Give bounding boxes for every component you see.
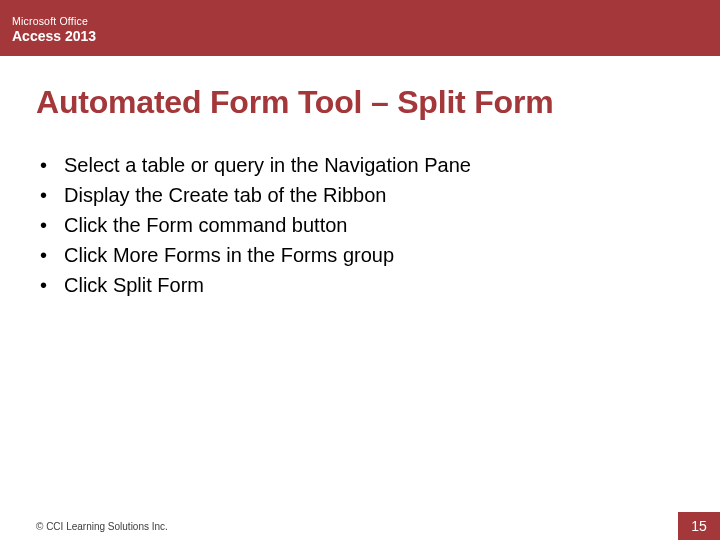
header-brand: Microsoft Office: [12, 15, 708, 27]
list-item: • Click More Forms in the Forms group: [40, 241, 684, 269]
header-bar: Microsoft Office Access 2013: [0, 0, 720, 56]
header-product: Access 2013: [12, 28, 708, 44]
bullet-text: Display the Create tab of the Ribbon: [64, 181, 386, 209]
bullet-text: Select a table or query in the Navigatio…: [64, 151, 471, 179]
bullet-icon: •: [40, 241, 64, 269]
footer-copyright: © CCI Learning Solutions Inc.: [0, 521, 168, 532]
slide-content: Automated Form Tool – Split Form • Selec…: [0, 56, 720, 299]
bullet-icon: •: [40, 151, 64, 179]
bullet-list: • Select a table or query in the Navigat…: [36, 151, 684, 299]
list-item: • Display the Create tab of the Ribbon: [40, 181, 684, 209]
list-item: • Select a table or query in the Navigat…: [40, 151, 684, 179]
list-item: • Click the Form command button: [40, 211, 684, 239]
slide-title: Automated Form Tool – Split Form: [36, 84, 684, 121]
bullet-icon: •: [40, 211, 64, 239]
page-number: 15: [678, 512, 720, 540]
bullet-text: Click Split Form: [64, 271, 204, 299]
footer: © CCI Learning Solutions Inc. 15: [0, 512, 720, 540]
list-item: • Click Split Form: [40, 271, 684, 299]
bullet-icon: •: [40, 271, 64, 299]
bullet-text: Click the Form command button: [64, 211, 347, 239]
bullet-icon: •: [40, 181, 64, 209]
bullet-text: Click More Forms in the Forms group: [64, 241, 394, 269]
